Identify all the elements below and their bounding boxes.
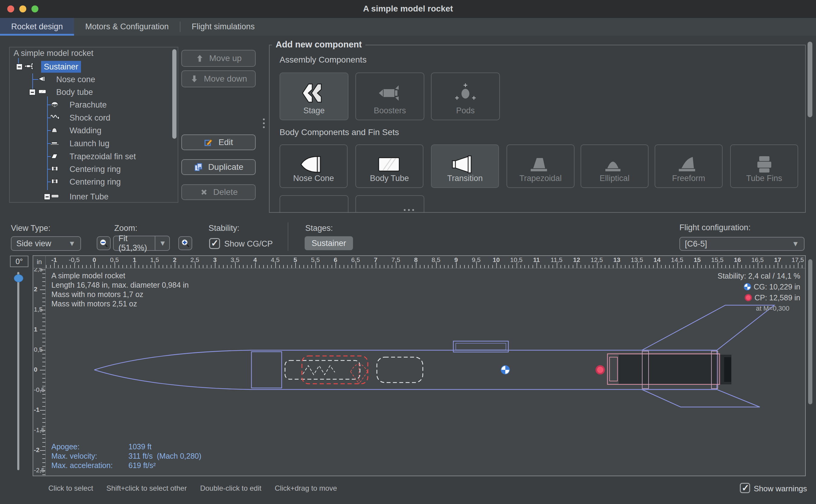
ruler-label: 14,5 xyxy=(671,256,683,263)
arrow-down-icon xyxy=(190,74,199,83)
ruler-label: 10 xyxy=(493,256,500,263)
add-transition-button[interactable]: Transition xyxy=(431,144,499,188)
stage-sustainer-toggle[interactable]: Sustainer xyxy=(305,236,353,250)
ruler-tick xyxy=(118,265,119,268)
add-freeform-button[interactable]: Freeform xyxy=(655,144,723,188)
add-stage-button[interactable]: Stage xyxy=(280,73,348,120)
edit-button[interactable]: Edit xyxy=(181,134,256,150)
tree-item-parachute[interactable]: Parachute xyxy=(10,99,178,111)
fin-bottom[interactable] xyxy=(642,389,760,407)
flight-config-select[interactable]: [C6-5] ▼ xyxy=(679,237,805,251)
ruler-tick xyxy=(762,265,762,268)
tree-item-nose-cone[interactable]: Nose cone xyxy=(10,73,178,86)
move-down-button[interactable]: Move down xyxy=(181,70,256,87)
ruler-tick xyxy=(565,265,565,268)
ruler-tick xyxy=(360,265,360,268)
tree-expander[interactable] xyxy=(16,63,23,70)
ruler-label: 1 xyxy=(34,326,37,333)
ruler-label: 5,5 xyxy=(311,256,320,263)
wadding-outline[interactable] xyxy=(377,357,423,383)
tree-item-sustainer[interactable]: Sustainer xyxy=(10,60,178,73)
zoom-out-button[interactable] xyxy=(97,236,111,250)
add-tube-fins-button[interactable]: Tube Fins xyxy=(730,144,798,188)
rocket-canvas[interactable]: in -1-0,500,511,522,533,544,555,566,577,… xyxy=(33,255,806,476)
tree-item-centering-ring-2[interactable]: Centering ring xyxy=(10,176,178,188)
minimize-window-button[interactable] xyxy=(19,5,26,12)
tree-item-label: Trapezoidal fin set xyxy=(70,152,136,161)
tree-item-shock-cord[interactable]: Shock cord xyxy=(10,111,178,124)
ruler-tick xyxy=(794,265,794,268)
ruler-tick xyxy=(151,265,151,268)
rotation-slider-track[interactable] xyxy=(17,272,19,470)
ruler-tick xyxy=(58,265,59,268)
tree-expander[interactable] xyxy=(44,193,50,200)
nose-cone-shoulder[interactable] xyxy=(251,352,282,388)
horizontal-splitter-handle[interactable] xyxy=(404,209,414,211)
add-body-tube-button[interactable]: Body Tube xyxy=(355,144,423,188)
ruler-tick xyxy=(428,265,429,268)
main-tab-bar: Rocket designMotors & ConfigurationFligh… xyxy=(0,18,816,36)
duplicate-button[interactable]: Duplicate xyxy=(181,159,256,175)
tree-item-a-simple-model-rocket[interactable]: A simple model rocket xyxy=(10,47,178,60)
tree-item-body-tube[interactable]: Body tube xyxy=(10,86,178,99)
ruler-label: 3,5 xyxy=(231,256,239,263)
canvas-scrollbar[interactable] xyxy=(808,259,812,404)
ruler-tick xyxy=(42,318,45,318)
flight-data-row: Max. acceleration:619 ft/s² xyxy=(51,461,201,470)
ruler-tick xyxy=(50,265,51,268)
engine-block-outline[interactable] xyxy=(610,357,617,381)
clipped-component-card[interactable] xyxy=(280,195,348,213)
ruler-tick xyxy=(649,265,649,268)
tree-item-trapezoidal-fin-set[interactable]: Trapezoidal fin set xyxy=(10,150,178,163)
close-window-button[interactable] xyxy=(7,5,14,12)
add-nose-cone-button[interactable]: Nose Cone xyxy=(280,144,348,188)
fin-icon xyxy=(50,152,59,161)
add-pods-button[interactable]: Pods xyxy=(431,73,500,120)
show-cgcp-checkbox[interactable] xyxy=(209,238,220,249)
rocket-drawing-area[interactable]: A simple model rocket Length 16,748 in, … xyxy=(45,268,805,476)
ruler-tick xyxy=(432,265,432,268)
zoom-in-button[interactable] xyxy=(178,236,192,250)
rotation-slider-knob[interactable] xyxy=(14,274,23,282)
ruler-tick xyxy=(42,374,45,374)
ruler-label: 14 xyxy=(653,256,660,263)
ruler-tick xyxy=(42,402,45,402)
toolbar-separator xyxy=(288,222,288,251)
add-trapezoidal-button[interactable]: Trapezoidal xyxy=(507,144,575,188)
ruler-tick xyxy=(283,265,284,268)
ruler-label: 2 xyxy=(173,256,176,263)
tree-item-centering-ring[interactable]: Centering ring xyxy=(10,163,178,176)
ruler-tick xyxy=(40,410,45,411)
parachute-outline[interactable] xyxy=(285,360,360,379)
move-up-button[interactable]: Move up xyxy=(181,50,256,67)
motor[interactable] xyxy=(619,355,731,384)
tree-item-inner-tube[interactable]: Inner Tube xyxy=(10,190,178,203)
add-panel-scrollbar[interactable] xyxy=(808,42,812,117)
add-elliptical-button[interactable]: Elliptical xyxy=(581,144,649,188)
tree-scrollbar[interactable] xyxy=(172,49,176,139)
zoom-window-button[interactable] xyxy=(31,5,38,12)
vertical-splitter-handle[interactable] xyxy=(263,118,265,128)
ruler-tick xyxy=(753,265,754,268)
ruler-tick xyxy=(713,265,714,268)
zoom-level-value: Fit (51,3%) xyxy=(118,234,155,253)
view-type-select[interactable]: Side view ▼ xyxy=(11,236,81,251)
ruler-tick xyxy=(299,265,300,268)
tree-expander[interactable] xyxy=(29,89,36,95)
ruler-tick xyxy=(645,265,646,268)
zoom-level-select[interactable]: Fit (51,3%) ▼ xyxy=(113,236,170,251)
launch-lug-inner xyxy=(456,343,506,350)
delete-button[interactable]: Delete xyxy=(181,184,256,200)
show-warnings-checkbox[interactable] xyxy=(740,483,750,493)
view-type-label: View Type: xyxy=(11,224,50,233)
ruler-tick xyxy=(488,265,489,268)
tab-rocket-design[interactable]: Rocket design xyxy=(0,18,74,36)
tab-motors-configuration[interactable]: Motors & Configuration xyxy=(74,18,180,36)
tab-flight-simulations[interactable]: Flight simulations xyxy=(180,18,266,36)
tree-item-wadding[interactable]: Wadding xyxy=(10,124,178,137)
ruler-tick xyxy=(533,265,533,268)
button-label: Edit xyxy=(219,137,233,147)
tree-item-launch-lug[interactable]: Launch lug xyxy=(10,137,178,150)
add-boosters-button[interactable]: Boosters xyxy=(355,73,424,120)
ruler-tick xyxy=(549,265,549,268)
